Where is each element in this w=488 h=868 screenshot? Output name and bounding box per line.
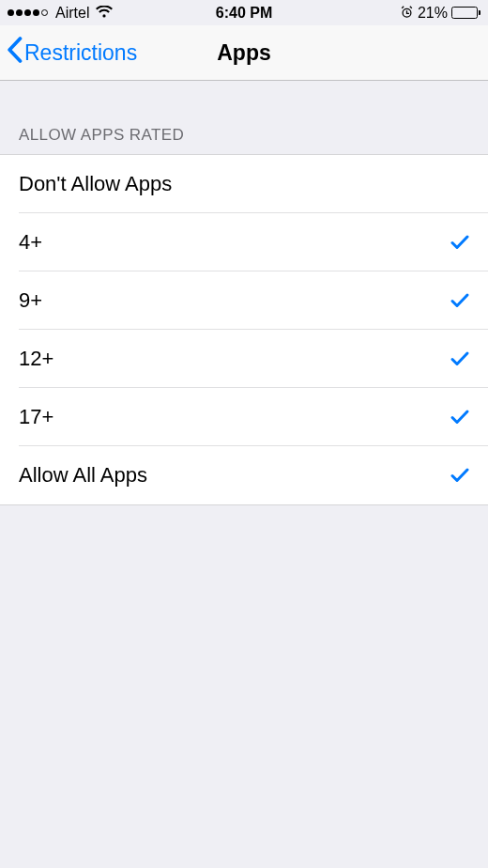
row-label: 12+ [19, 347, 53, 371]
row-12-plus[interactable]: 12+ [0, 330, 488, 388]
ratings-list: Don't Allow Apps 4+ 9+ 12+ 17+ Allow All… [0, 154, 488, 505]
row-9-plus[interactable]: 9+ [0, 271, 488, 330]
row-label: Allow All Apps [19, 463, 147, 488]
status-bar: Airtel 6:40 PM 21% [0, 0, 488, 25]
back-button[interactable]: Restrictions [0, 37, 137, 69]
status-right: 21% [400, 5, 480, 22]
row-label: 17+ [19, 405, 53, 429]
row-4-plus[interactable]: 4+ [0, 213, 488, 271]
status-left: Airtel [8, 5, 113, 22]
wifi-icon [96, 5, 113, 22]
checkmark-icon [449, 289, 471, 312]
checkmark-icon [449, 231, 471, 254]
chevron-left-icon [7, 37, 23, 69]
section-header: ALLOW APPS RATED [0, 81, 488, 154]
battery-percent: 21% [418, 5, 448, 22]
carrier-label: Airtel [55, 5, 89, 22]
page-title: Apps [217, 40, 271, 66]
checkmark-icon [449, 348, 471, 370]
row-dont-allow-apps[interactable]: Don't Allow Apps [0, 155, 488, 213]
back-label: Restrictions [24, 40, 137, 66]
status-time: 6:40 PM [216, 5, 272, 22]
checkmark-icon [449, 464, 471, 487]
nav-bar: Restrictions Apps [0, 25, 488, 81]
row-label: 4+ [19, 230, 42, 255]
checkmark-icon [449, 406, 471, 428]
battery-icon [451, 7, 480, 19]
row-allow-all-apps[interactable]: Allow All Apps [0, 446, 488, 504]
row-label: Don't Allow Apps [19, 172, 172, 196]
row-17-plus[interactable]: 17+ [0, 388, 488, 446]
row-label: 9+ [19, 288, 42, 313]
alarm-icon [400, 5, 414, 22]
signal-strength-icon [8, 9, 48, 16]
